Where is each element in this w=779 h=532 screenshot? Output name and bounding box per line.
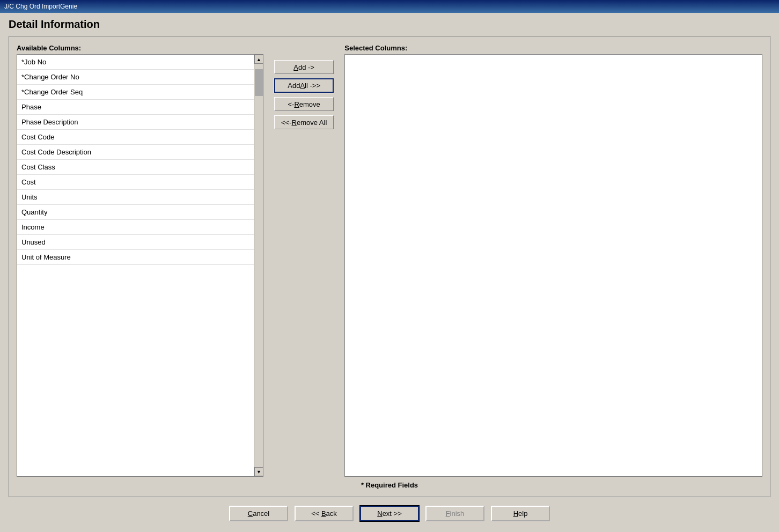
list-item[interactable]: *Change Order No <box>17 70 254 85</box>
available-columns-label: Available Columns: <box>17 44 263 52</box>
list-item[interactable]: Unused <box>17 235 254 250</box>
add-button[interactable]: Add -> <box>274 60 334 74</box>
cancel-button[interactable]: Cancel <box>229 506 288 521</box>
action-buttons-container: Add -> Add All ->> <- Remove <<- Remove … <box>263 44 344 477</box>
list-item[interactable]: Cost <box>17 175 254 190</box>
list-item[interactable]: Units <box>17 190 254 205</box>
list-item[interactable]: Phase Description <box>17 115 254 130</box>
list-item[interactable]: Income <box>17 220 254 235</box>
title-bar-text: J/C Chg Ord ImportGenie <box>4 3 77 10</box>
available-columns-list-container: *Job No*Change Order No*Change Order Seq… <box>17 54 263 477</box>
selected-columns-list[interactable] <box>344 54 762 477</box>
scroll-up-button[interactable]: ▲ <box>254 55 263 64</box>
selected-columns-section: Selected Columns: <box>344 44 762 477</box>
help-label: Help <box>513 509 528 518</box>
scroll-thumb[interactable] <box>255 69 263 96</box>
next-label: Next >> <box>377 509 402 518</box>
list-item[interactable]: Cost Code Description <box>17 145 254 160</box>
add-all-button[interactable]: Add All ->> <box>274 78 334 93</box>
list-item[interactable]: Unit of Measure <box>17 250 254 265</box>
list-item[interactable]: Cost Code <box>17 130 254 145</box>
title-bar: J/C Chg Ord ImportGenie <box>0 0 779 13</box>
available-columns-scrollbar: ▲ ▼ <box>254 55 263 476</box>
bottom-buttons-container: Cancel << Back Next >> Finish Help <box>9 497 770 527</box>
back-button[interactable]: << Back <box>295 506 354 521</box>
list-item[interactable]: Phase <box>17 100 254 115</box>
next-button[interactable]: Next >> <box>360 506 419 521</box>
list-item[interactable]: Cost Class <box>17 160 254 175</box>
available-columns-section: Available Columns: *Job No*Change Order … <box>17 44 263 477</box>
remove-button[interactable]: <- Remove <box>274 97 334 111</box>
page-title: Detail Information <box>9 18 770 31</box>
scroll-track <box>254 64 263 467</box>
finish-label: Finish <box>446 509 465 518</box>
available-columns-list[interactable]: *Job No*Change Order No*Change Order Seq… <box>17 55 254 476</box>
cancel-label: Cancel <box>248 509 269 518</box>
finish-button: Finish <box>425 506 484 521</box>
main-container: Detail Information Available Columns: *J… <box>0 13 779 532</box>
list-item[interactable]: Quantity <box>17 205 254 220</box>
content-panel: Available Columns: *Job No*Change Order … <box>9 36 770 497</box>
list-item[interactable]: *Job No <box>17 55 254 70</box>
scroll-down-button[interactable]: ▼ <box>254 467 263 476</box>
remove-all-button[interactable]: <<- Remove All <box>274 115 334 129</box>
back-label: << Back <box>311 509 337 518</box>
required-note: * Required Fields <box>17 481 762 489</box>
list-item[interactable]: *Change Order Seq <box>17 85 254 100</box>
selected-columns-label: Selected Columns: <box>344 44 762 52</box>
help-button[interactable]: Help <box>491 506 550 521</box>
columns-container: Available Columns: *Job No*Change Order … <box>17 44 762 477</box>
